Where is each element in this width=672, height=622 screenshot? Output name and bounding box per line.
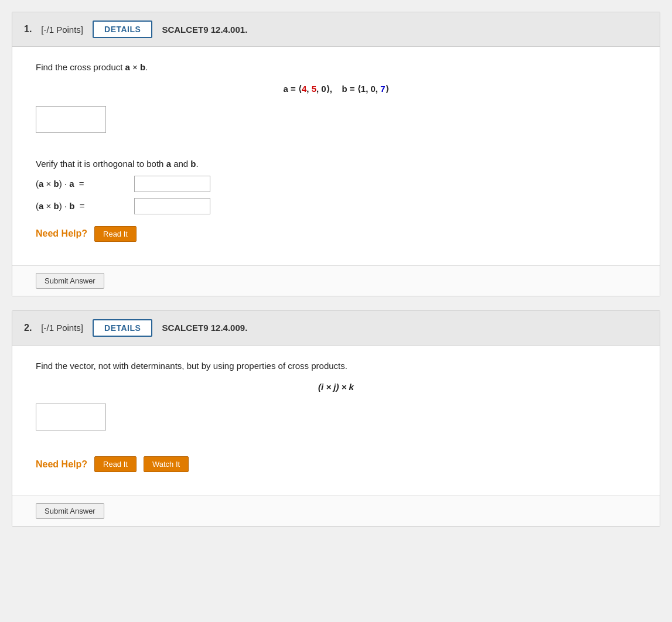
watch-it-button-2[interactable]: Watch It — [144, 456, 189, 472]
verify-label-b: (a × b) · b = — [36, 201, 129, 211]
question-2-number: 2. — [24, 323, 32, 333]
question-1-points: [-/1 Points] — [41, 25, 83, 35]
question-2-header: 2. [-/1 Points] DETAILS SCALCET9 12.4.00… — [12, 311, 660, 346]
details-button-1[interactable]: DETAILS — [93, 20, 152, 38]
a-val-1: 4 — [302, 84, 306, 94]
verify-a-input[interactable] — [134, 176, 210, 192]
question-1-number: 1. — [24, 24, 32, 35]
details-button-2[interactable]: DETAILS — [93, 319, 152, 337]
need-help-row-1: Need Help? Read It — [36, 226, 636, 242]
b-val-2: 0 — [370, 84, 375, 94]
cross-product-input[interactable] — [36, 107, 105, 132]
question-1-header: 1. [-/1 Points] DETAILS SCALCET9 12.4.00… — [12, 12, 660, 47]
verify-text: Verify that it is orthogonal to both a a… — [36, 159, 636, 169]
question-1-math: a = ⟨4, 5, 0⟩, b = ⟨1, 0, 7⟩ — [36, 84, 636, 94]
q2-input[interactable] — [36, 404, 105, 430]
verify-label-a: (a × b) · a = — [36, 179, 129, 189]
cross-product-answer-box[interactable] — [36, 106, 106, 133]
question-1: 1. [-/1 Points] DETAILS SCALCET9 12.4.00… — [12, 12, 660, 296]
a-val-3: 0 — [321, 84, 326, 94]
submit-button-2[interactable]: Submit Answer — [36, 503, 104, 519]
question-1-prompt: Find the cross product a × b. — [36, 61, 636, 74]
submit-row-1: Submit Answer — [12, 265, 660, 296]
q2-answer-box[interactable] — [36, 404, 106, 430]
read-it-button-2[interactable]: Read It — [94, 456, 137, 472]
b-val-1: 1 — [361, 84, 366, 94]
verify-row-b: (a × b) · b = — [36, 198, 636, 214]
verify-b-input[interactable] — [134, 198, 210, 214]
need-help-row-2: Need Help? Read It Watch It — [36, 456, 636, 472]
read-it-button-1[interactable]: Read It — [94, 226, 137, 242]
question-2-code: SCALCET9 12.4.009. — [162, 323, 247, 333]
verify-section: Verify that it is orthogonal to both a a… — [36, 159, 636, 214]
submit-button-1[interactable]: Submit Answer — [36, 273, 104, 289]
a-val-2: 5 — [312, 84, 316, 94]
verify-row-a: (a × b) · a = — [36, 176, 636, 192]
question-2-points: [-/1 Points] — [41, 323, 83, 333]
need-help-label-2: Need Help? — [36, 459, 87, 470]
question-2-formula: (i × j) × k — [36, 382, 636, 392]
b-val-3: 7 — [380, 84, 385, 94]
submit-row-2: Submit Answer — [12, 495, 660, 526]
question-1-code: SCALCET9 12.4.001. — [162, 25, 247, 35]
question-2-prompt: Find the vector, not with determinants, … — [36, 360, 636, 373]
need-help-label-1: Need Help? — [36, 228, 87, 239]
question-2-body: Find the vector, not with determinants, … — [12, 346, 660, 496]
question-2: 2. [-/1 Points] DETAILS SCALCET9 12.4.00… — [12, 310, 660, 527]
question-1-body: Find the cross product a × b. a = ⟨4, 5,… — [12, 47, 660, 265]
